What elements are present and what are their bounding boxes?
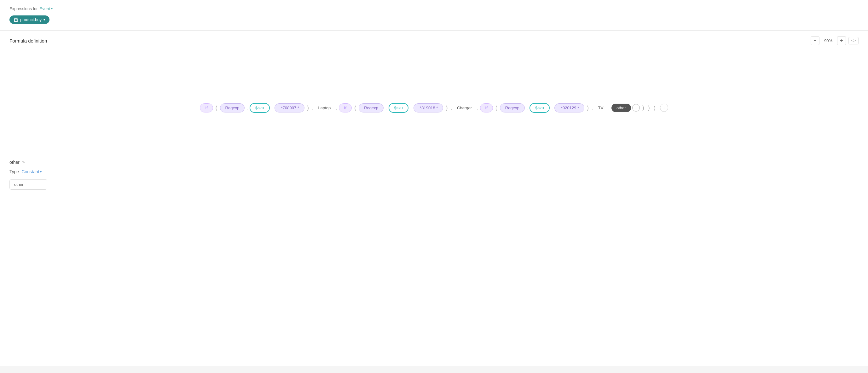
paren-close-5: ) (647, 104, 651, 111)
top-bar: Expressions for Event ▾ product.buy ▾ (0, 0, 868, 31)
constant-value-input[interactable] (9, 179, 47, 190)
token-regexp-2[interactable]: Regexp (359, 103, 383, 113)
product-buy-badge[interactable]: product.buy ▾ (9, 15, 50, 24)
zoom-controls: − 90% + <> (811, 36, 859, 45)
token-if-1[interactable]: If (200, 103, 213, 113)
comma-1: , (246, 105, 248, 110)
paren-close-3: ) (586, 104, 590, 111)
comma-8: , (476, 105, 479, 110)
formula-title: Formula definition (9, 38, 47, 43)
comma-9: , (526, 105, 529, 110)
event-chevron-icon: ▾ (51, 7, 53, 10)
paren-close-1: ) (306, 104, 310, 111)
token-other[interactable]: other (612, 104, 631, 112)
comma-7: , (450, 105, 453, 110)
detail-panel: other ✎ Type Constant ▾ (0, 152, 868, 199)
add-expression-button[interactable]: + (660, 104, 668, 112)
add-token-button[interactable]: + (632, 104, 640, 112)
comma-2: , (271, 105, 274, 110)
type-dropdown[interactable]: Constant ▾ (22, 169, 41, 174)
expressions-label: Expressions for Event ▾ (9, 6, 859, 11)
detail-name-row: other ✎ (9, 160, 859, 165)
zoom-level: 90% (822, 38, 835, 43)
type-label: Type (9, 169, 19, 174)
token-regex-2[interactable]: .*819018.* (413, 103, 443, 113)
badge-icon (14, 18, 18, 22)
formula-header: Formula definition − 90% + <> (0, 31, 868, 51)
token-laptop[interactable]: Laptop (315, 104, 334, 112)
token-if-2[interactable]: If (339, 103, 352, 113)
product-buy-label: product.buy (20, 17, 41, 22)
formula-canvas: If ( Regexp , $sku , .*708907.* ) , Lapt… (0, 51, 868, 152)
code-toggle-button[interactable]: <> (848, 37, 859, 44)
paren-open-3: ( (494, 104, 499, 111)
token-charger[interactable]: Charger (454, 104, 475, 112)
comma-12: , (608, 105, 610, 110)
product-buy-chevron-icon: ▾ (43, 18, 45, 22)
token-sku-2[interactable]: $sku (389, 103, 408, 113)
token-if-3[interactable]: If (480, 103, 493, 113)
zoom-in-button[interactable]: + (837, 36, 846, 45)
token-sku-3[interactable]: $sku (529, 103, 549, 113)
paren-open-2: ( (353, 104, 358, 111)
comma-10: , (551, 105, 554, 110)
token-sku-1[interactable]: $sku (250, 103, 270, 113)
detail-name-text: other (9, 160, 20, 165)
formula-expression: If ( Regexp , $sku , .*708907.* ) , Lapt… (200, 103, 668, 113)
comma-3: , (311, 105, 314, 110)
token-regexp-3[interactable]: Regexp (500, 103, 525, 113)
event-dropdown[interactable]: Event ▾ (40, 6, 53, 11)
comma-4: , (335, 105, 338, 110)
expressions-for-text: Expressions for (9, 6, 38, 11)
token-regexp-1[interactable]: Regexp (220, 103, 245, 113)
paren-close-2: ) (444, 104, 449, 111)
paren-close-6: ) (652, 104, 657, 111)
paren-open-1: ( (214, 104, 219, 111)
comma-5: , (385, 105, 388, 110)
detail-type-row: Type Constant ▾ (9, 169, 859, 174)
comma-11: , (591, 105, 594, 110)
comma-6: , (410, 105, 412, 110)
main-panel: Formula definition − 90% + <> If ( Regex… (0, 31, 868, 366)
token-regex-3[interactable]: .*920129.* (554, 103, 584, 113)
zoom-out-button[interactable]: − (811, 36, 819, 45)
edit-icon[interactable]: ✎ (22, 160, 25, 164)
token-regex-1[interactable]: .*708907.* (275, 103, 305, 113)
token-tv[interactable]: TV (595, 104, 607, 112)
paren-close-4: ) (641, 104, 646, 111)
type-chevron-icon: ▾ (40, 170, 41, 174)
